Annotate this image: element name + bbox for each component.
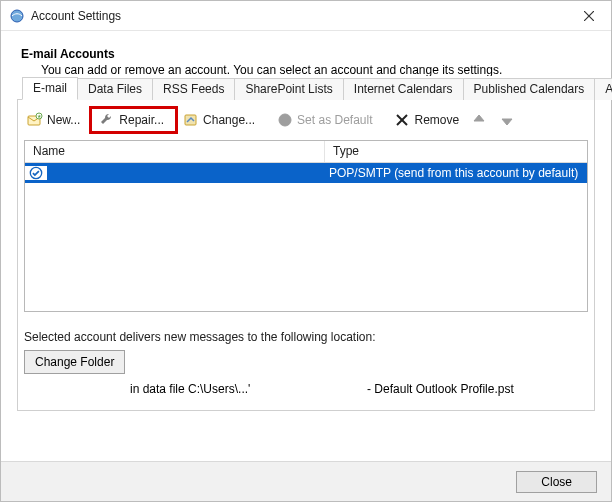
section-description: You can add or remove an account. You ca… <box>41 63 595 77</box>
tab-label: RSS Feeds <box>163 82 224 96</box>
set-default-button: Set as Default <box>274 109 379 131</box>
window-title: Account Settings <box>31 9 121 23</box>
titlebar: Account Settings <box>1 1 611 31</box>
column-header-name[interactable]: Name <box>25 141 325 162</box>
toolbar-label: Remove <box>414 113 459 127</box>
button-label: Change Folder <box>35 355 114 369</box>
section-title: E-mail Accounts <box>21 47 595 61</box>
column-header-type[interactable]: Type <box>325 141 587 162</box>
tab-label: Address Books <box>605 82 612 96</box>
svg-rect-6 <box>185 115 196 125</box>
list-header: Name Type <box>25 141 587 163</box>
table-row[interactable]: POP/SMTP (send from this account by defa… <box>25 163 587 183</box>
path-right: - Default Outlook Profile.pst <box>367 382 514 396</box>
toolbar-label: Repair... <box>119 113 164 127</box>
remove-button[interactable]: Remove <box>391 109 466 131</box>
arrow-up-icon <box>471 112 487 128</box>
remove-x-icon <box>394 112 410 128</box>
change-icon <box>183 112 199 128</box>
new-button[interactable]: ★ New... <box>24 109 87 131</box>
button-label: Close <box>541 475 572 489</box>
tab-label: Internet Calendars <box>354 82 453 96</box>
tab-data-files[interactable]: Data Files <box>77 78 153 100</box>
tab-address-books[interactable]: Address Books <box>594 78 612 100</box>
new-mail-icon: ★ <box>27 112 43 128</box>
close-button[interactable]: Close <box>516 471 597 493</box>
toolbar: ★ New... Repair... Ch <box>18 100 594 140</box>
tab-panel: E-mail Data Files RSS Feeds SharePoint L… <box>17 99 595 411</box>
change-button[interactable]: Change... <box>180 109 262 131</box>
toolbar-label: New... <box>47 113 80 127</box>
tab-published-calendars[interactable]: Published Calendars <box>463 78 596 100</box>
wrench-icon <box>99 112 115 128</box>
tab-label: Data Files <box>88 82 142 96</box>
tab-internet-calendars[interactable]: Internet Calendars <box>343 78 464 100</box>
repair-highlight: Repair... <box>89 106 178 134</box>
repair-button[interactable]: Repair... <box>96 109 171 131</box>
tab-rss-feeds[interactable]: RSS Feeds <box>152 78 235 100</box>
move-down-button <box>496 109 522 131</box>
close-window-button[interactable] <box>566 1 611 31</box>
row-type-cell: POP/SMTP (send from this account by defa… <box>325 166 587 180</box>
tab-label: Published Calendars <box>474 82 585 96</box>
close-icon <box>584 11 594 21</box>
tab-label: E-mail <box>33 81 67 95</box>
change-folder-button[interactable]: Change Folder <box>24 350 125 374</box>
arrow-down-icon <box>499 112 515 128</box>
app-icon <box>9 8 25 24</box>
default-account-icon <box>25 166 47 180</box>
tab-label: SharePoint Lists <box>245 82 332 96</box>
check-circle-icon <box>277 112 293 128</box>
dialog-footer: Close <box>1 461 611 501</box>
svg-point-0 <box>11 10 23 22</box>
toolbar-label: Set as Default <box>297 113 372 127</box>
delivery-path: in data file C:\Users\...' - Default Out… <box>130 382 588 396</box>
move-up-button <box>468 109 494 131</box>
toolbar-label: Change... <box>203 113 255 127</box>
account-list[interactable]: Name Type POP/SMTP (send from this accou… <box>24 140 588 312</box>
tabstrip: E-mail Data Files RSS Feeds SharePoint L… <box>18 76 594 100</box>
tab-sharepoint-lists[interactable]: SharePoint Lists <box>234 78 343 100</box>
tab-email[interactable]: E-mail <box>22 77 78 100</box>
path-left: in data file C:\Users\...' <box>130 382 250 396</box>
delivery-location-label: Selected account delivers new messages t… <box>24 330 588 344</box>
